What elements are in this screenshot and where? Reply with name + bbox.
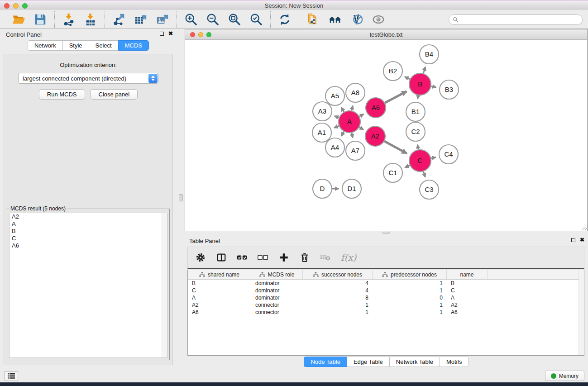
result-scrollbar[interactable] — [162, 213, 167, 357]
table-row[interactable]: Cdominator41C — [188, 287, 584, 294]
table-cell[interactable]: 1 — [373, 287, 447, 294]
zoom-fit-icon[interactable] — [227, 12, 242, 27]
table-cell[interactable]: A — [188, 295, 251, 301]
table-row[interactable]: Adominator80A — [188, 294, 584, 301]
select-all-columns-icon[interactable] — [237, 252, 248, 263]
table-cell[interactable]: dominator — [251, 287, 303, 294]
result-item[interactable]: B — [10, 228, 167, 235]
hide-graphics-details-icon[interactable] — [349, 12, 364, 27]
table-scrollbar[interactable] — [578, 270, 584, 355]
refresh-icon[interactable] — [277, 12, 292, 27]
zoom-selected-icon[interactable] — [249, 12, 263, 27]
table-cell[interactable]: C — [447, 287, 488, 294]
tab-network[interactable]: Network — [28, 40, 62, 51]
search-input[interactable] — [461, 16, 578, 23]
column-header-MCDS-role[interactable]: MCDS role — [251, 270, 303, 279]
graph-edge-B-B1[interactable] — [418, 95, 418, 99]
zoom-out-icon[interactable] — [206, 12, 220, 27]
result-item[interactable]: C — [10, 235, 167, 242]
horizontal-divider-handle[interactable] — [382, 232, 390, 234]
search-box[interactable] — [449, 14, 583, 25]
table-float-icon[interactable] — [571, 238, 575, 242]
close-panel-icon[interactable]: ✖ — [168, 31, 173, 36]
table-row[interactable]: A2connector11A2 — [188, 301, 584, 309]
export-image-icon[interactable] — [155, 12, 170, 27]
table-cell[interactable]: A — [447, 295, 488, 301]
vertical-divider-handle[interactable] — [179, 194, 183, 201]
table-row[interactable]: A6connector11A6 — [188, 309, 584, 316]
result-item[interactable]: A — [10, 220, 167, 228]
table-cell[interactable]: A2 — [447, 302, 488, 308]
criterion-dropdown[interactable]: largest connected component (directed) — [18, 73, 158, 84]
graph-edge-A-A2[interactable] — [359, 127, 363, 129]
table-cell[interactable]: 1 — [373, 280, 447, 286]
table-cell[interactable]: 1 — [373, 309, 447, 315]
tab-mcds[interactable]: MCDS — [118, 40, 149, 51]
show-columns-icon[interactable] — [216, 252, 227, 263]
table-settings-gear-icon[interactable] — [195, 252, 206, 263]
table-cell[interactable]: 8 — [303, 295, 373, 301]
table-cell[interactable]: 1 — [303, 302, 373, 308]
import-network-icon[interactable] — [62, 12, 76, 27]
table-cell[interactable]: 1 — [303, 309, 373, 315]
graph-edge-C-C2[interactable] — [417, 145, 418, 150]
graph-edge-A6-B[interactable] — [385, 91, 406, 103]
table-cell[interactable]: dominator — [251, 295, 303, 301]
table-cell[interactable]: dominator — [251, 280, 303, 286]
table-cell[interactable]: B — [188, 280, 251, 286]
column-header-name[interactable]: name — [447, 270, 488, 279]
graph-edge-A-A8[interactable] — [352, 105, 353, 110]
tab-select[interactable]: Select — [89, 40, 118, 51]
tab-edge-table[interactable]: Edge Table — [347, 357, 389, 367]
table-close-icon[interactable]: ✖ — [580, 238, 584, 242]
table-cell[interactable]: 0 — [373, 295, 447, 301]
result-item[interactable]: A6 — [10, 242, 167, 249]
table-cell[interactable]: 1 — [373, 302, 447, 308]
create-column-plus-icon[interactable] — [278, 252, 289, 263]
zoom-in-icon[interactable] — [184, 12, 198, 27]
table-cell[interactable]: connector — [251, 309, 303, 315]
graph-edge-C-C3[interactable] — [423, 172, 425, 177]
memory-button[interactable]: Memory — [545, 371, 584, 381]
graph-edge-A-A7[interactable] — [352, 133, 353, 138]
table-cell[interactable]: C — [188, 287, 251, 294]
table-cell[interactable]: 4 — [303, 280, 373, 286]
tab-network-table[interactable]: Network Table — [389, 357, 440, 367]
column-header-successor-nodes[interactable]: successor nodes — [303, 270, 373, 279]
close-panel-button[interactable]: Close panel — [91, 89, 138, 100]
graph-edge-C-C4[interactable] — [431, 157, 435, 158]
tab-style[interactable]: Style — [62, 40, 89, 51]
delete-column-trash-icon[interactable] — [299, 252, 310, 263]
result-item[interactable]: A2 — [10, 213, 167, 220]
table-cell[interactable]: A6 — [447, 309, 488, 315]
column-header-shared-name[interactable]: shared name — [188, 270, 251, 279]
graph-edge-A-A4[interactable] — [341, 132, 344, 136]
table-cell[interactable]: A6 — [188, 309, 251, 315]
graph-edge-B-B3[interactable] — [431, 86, 436, 87]
open-file-icon[interactable] — [11, 12, 26, 27]
eye-icon[interactable] — [371, 12, 386, 27]
column-header-predecessor-nodes[interactable]: predecessor nodes — [373, 270, 447, 279]
float-panel-icon[interactable] — [160, 32, 164, 36]
graph-edge-B-B2[interactable] — [405, 77, 410, 80]
save-session-icon[interactable] — [33, 12, 48, 27]
graph-edge-A2-C[interactable] — [384, 141, 406, 153]
table-cell[interactable]: A2 — [188, 302, 251, 308]
resize-grip[interactable] — [580, 224, 587, 230]
graph-edge-C-C1[interactable] — [405, 165, 410, 167]
graph-edge-A-A5[interactable] — [341, 107, 344, 112]
graph-edge-A-A6[interactable] — [359, 114, 363, 116]
export-table-icon[interactable] — [134, 12, 148, 27]
graph-edge-A-A1[interactable] — [334, 126, 339, 128]
run-mcds-button[interactable]: Run MCDS — [39, 89, 85, 100]
table-cell[interactable]: connector — [251, 302, 303, 308]
tab-node-table[interactable]: Node Table — [304, 357, 347, 367]
mcds-result-list[interactable]: A2ABCA6 — [9, 213, 167, 358]
graph-edge-A-A3[interactable] — [335, 116, 339, 118]
table-cell[interactable]: B — [447, 280, 488, 286]
tab-motifs[interactable]: Motifs — [440, 357, 469, 367]
table-row[interactable]: Bdominator41B — [188, 280, 584, 287]
table-cell[interactable]: 4 — [303, 287, 373, 294]
graph-edge-B-B4[interactable] — [423, 67, 425, 73]
task-history-button[interactable] — [5, 371, 18, 381]
